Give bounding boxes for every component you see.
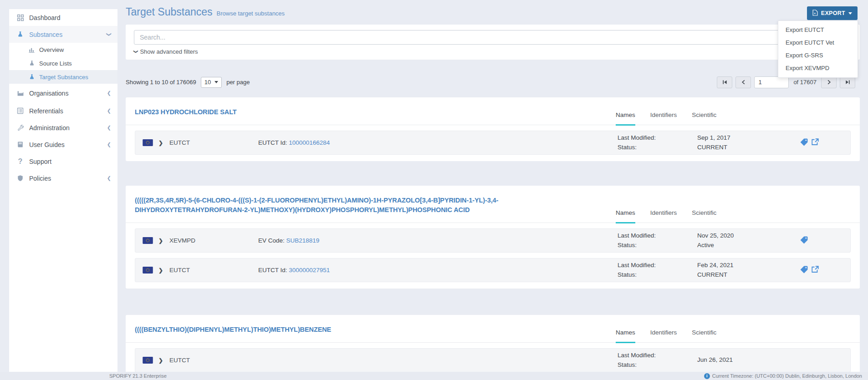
list-icon bbox=[16, 107, 24, 115]
sidebar-item-user-guides[interactable]: User Guides ❮ bbox=[9, 136, 117, 153]
previous-page-button[interactable] bbox=[735, 76, 751, 88]
row-actions bbox=[800, 138, 843, 148]
tab-names[interactable]: Names bbox=[616, 329, 635, 343]
id-link[interactable]: 300000027951 bbox=[289, 267, 330, 274]
sidebar-substances-submenu: Overview Source Lists Target Substances bbox=[9, 43, 117, 84]
sidebar-item-target-substances[interactable]: Target Substances bbox=[9, 70, 117, 84]
meta-values: Jun 26, 2021 bbox=[697, 355, 800, 365]
tag-icon[interactable] bbox=[800, 265, 808, 275]
chevron-left-icon: ❮ bbox=[107, 175, 111, 181]
meta-values: Feb 24, 2021CURRENT bbox=[697, 261, 800, 280]
tag-icon[interactable] bbox=[800, 138, 808, 148]
chevron-left-icon: ❮ bbox=[107, 90, 111, 96]
id-link[interactable]: SUB218819 bbox=[286, 237, 320, 244]
id-label: EUTCT Id: bbox=[258, 139, 287, 146]
info-icon[interactable]: i bbox=[704, 373, 710, 379]
external-link-icon[interactable] bbox=[811, 265, 819, 275]
search-input[interactable] bbox=[134, 30, 852, 45]
expand-row-chevron-icon[interactable]: ❯ bbox=[158, 140, 164, 146]
flask-icon bbox=[28, 60, 35, 67]
menu-item-export-g-srs[interactable]: Export G-SRS bbox=[778, 49, 858, 62]
timezone-info: i Current Timezone: (UTC+00:00) Dublin, … bbox=[704, 373, 862, 379]
menu-item-export-eutct-vet[interactable]: Export EUTCT Vet bbox=[778, 36, 858, 49]
sidebar-label: Target Substances bbox=[39, 74, 111, 81]
external-link-icon[interactable] bbox=[811, 138, 819, 147]
source-name: EUTCT bbox=[169, 139, 258, 146]
flask-icon bbox=[28, 74, 35, 81]
tab-scientific[interactable]: Scientific bbox=[692, 329, 716, 343]
first-page-button[interactable] bbox=[717, 76, 732, 88]
meta-labels: Last Modified:Status: bbox=[618, 261, 697, 280]
last-page-button[interactable] bbox=[840, 76, 855, 88]
tab-names[interactable]: Names bbox=[616, 111, 635, 126]
sidebar-label: Dashboard bbox=[29, 14, 111, 21]
meta-labels: Last Modified:Status: bbox=[618, 231, 697, 250]
source-row: ❯ XEVMPD EV Code: SUB218819 Last Modifie… bbox=[135, 228, 851, 253]
sidebar-label: User Guides bbox=[29, 141, 107, 148]
tab-scientific[interactable]: Scientific bbox=[692, 111, 716, 126]
card-header: ((((BENZYLTHIO)(DIPHENYL)METHYL)THIO)MET… bbox=[126, 315, 860, 343]
expand-row-chevron-icon[interactable]: ❯ bbox=[158, 238, 164, 244]
id-label: EUTCT Id: bbox=[258, 267, 287, 274]
page-count-label: of 17607 bbox=[792, 79, 818, 86]
tab-names[interactable]: Names bbox=[616, 209, 635, 223]
source-row: ❯ EUTCT EUTCT Id: 100000166284 Last Modi… bbox=[135, 131, 851, 155]
row-actions bbox=[800, 236, 843, 246]
sidebar-item-overview[interactable]: Overview bbox=[9, 43, 117, 56]
page-subtitle: Browse target substances bbox=[217, 10, 285, 17]
substance-title[interactable]: ((((BENZYLTHIO)(DIPHENYL)METHYL)THIO)MET… bbox=[135, 325, 595, 342]
substance-title[interactable]: (((((2R,3S,4R,5R)-5-(6-CHLORO-4-(((S)-1-… bbox=[135, 196, 595, 223]
tab-identifiers[interactable]: Identifiers bbox=[650, 111, 677, 126]
card-header: (((((2R,3S,4R,5R)-5-(6-CHLORO-4-(((S)-1-… bbox=[126, 186, 860, 223]
card-tabs: Names Identifiers Scientific bbox=[616, 111, 716, 126]
page-number-input[interactable] bbox=[754, 76, 789, 88]
status-label: Status: bbox=[618, 361, 637, 368]
sidebar-item-policies[interactable]: Policies ❮ bbox=[9, 170, 117, 187]
eu-flag-icon bbox=[143, 237, 153, 244]
tag-icon[interactable] bbox=[800, 236, 808, 246]
sidebar-item-organisations[interactable]: Organisations ❮ bbox=[9, 84, 117, 102]
menu-item-export-xevmpd[interactable]: Export XEVMPD bbox=[778, 62, 858, 75]
app-version-label: SPORIFY 21.3 Enterprise bbox=[109, 373, 167, 379]
export-dropdown-menu: Export EUTCT Export EUTCT Vet Export G-S… bbox=[778, 20, 858, 78]
list-controls: Showing 1 to 10 of 176069 10 per page of… bbox=[126, 76, 860, 88]
last-modified-label: Last Modified: bbox=[618, 352, 656, 359]
meta-labels: Last Modified:Status: bbox=[618, 133, 697, 152]
status-value: CURRENT bbox=[697, 144, 727, 151]
sidebar-item-source-lists[interactable]: Source Lists bbox=[9, 56, 117, 70]
eu-flag-icon bbox=[143, 357, 153, 364]
sidebar-label: Administration bbox=[29, 124, 107, 132]
meta-values: Sep 1, 2017CURRENT bbox=[697, 133, 800, 152]
source-name: EUTCT bbox=[169, 357, 258, 364]
chevron-left-icon: ❮ bbox=[107, 142, 111, 147]
last-modified-value: Sep 1, 2017 bbox=[697, 134, 730, 141]
export-button[interactable]: x EXPORT bbox=[807, 6, 858, 20]
status-label: Status: bbox=[618, 144, 637, 151]
sidebar-item-referentials[interactable]: Referentials ❮ bbox=[9, 102, 117, 119]
tab-identifiers[interactable]: Identifiers bbox=[650, 329, 677, 343]
expand-row-chevron-icon[interactable]: ❯ bbox=[158, 267, 164, 274]
tab-identifiers[interactable]: Identifiers bbox=[650, 209, 677, 223]
tab-scientific[interactable]: Scientific bbox=[692, 209, 716, 223]
last-modified-label: Last Modified: bbox=[618, 232, 656, 239]
next-page-button[interactable] bbox=[821, 76, 837, 88]
sidebar-item-administration[interactable]: Administration ❮ bbox=[9, 119, 117, 136]
eu-flag-icon bbox=[143, 139, 153, 146]
showing-text: Showing 1 to 10 of 176069 bbox=[126, 79, 196, 86]
export-button-label: EXPORT bbox=[821, 10, 845, 16]
source-name: XEVMPD bbox=[169, 237, 258, 244]
page-size-select[interactable]: 10 bbox=[201, 77, 222, 88]
last-modified-value: Feb 24, 2021 bbox=[697, 262, 734, 269]
sidebar-item-support[interactable]: ? Support bbox=[9, 153, 117, 170]
sidebar-item-substances[interactable]: Substances ❯ bbox=[9, 26, 117, 43]
last-modified-value: Jun 26, 2021 bbox=[697, 356, 733, 363]
sidebar-item-dashboard[interactable]: Dashboard bbox=[9, 9, 117, 26]
show-advanced-filters-link[interactable]: ❯ Show advanced filters bbox=[134, 48, 198, 55]
menu-item-export-eutct[interactable]: Export EUTCT bbox=[778, 24, 858, 36]
id-link[interactable]: 100000166284 bbox=[289, 139, 330, 146]
card-header: LNP023 HYDROCHLORIDE SALT Names Identifi… bbox=[126, 97, 860, 125]
caret-down-icon bbox=[848, 12, 852, 15]
filter-panel: ❯ Show advanced filters bbox=[126, 25, 860, 60]
expand-row-chevron-icon[interactable]: ❯ bbox=[158, 357, 164, 364]
substance-title[interactable]: LNP023 HYDROCHLORIDE SALT bbox=[135, 107, 595, 125]
